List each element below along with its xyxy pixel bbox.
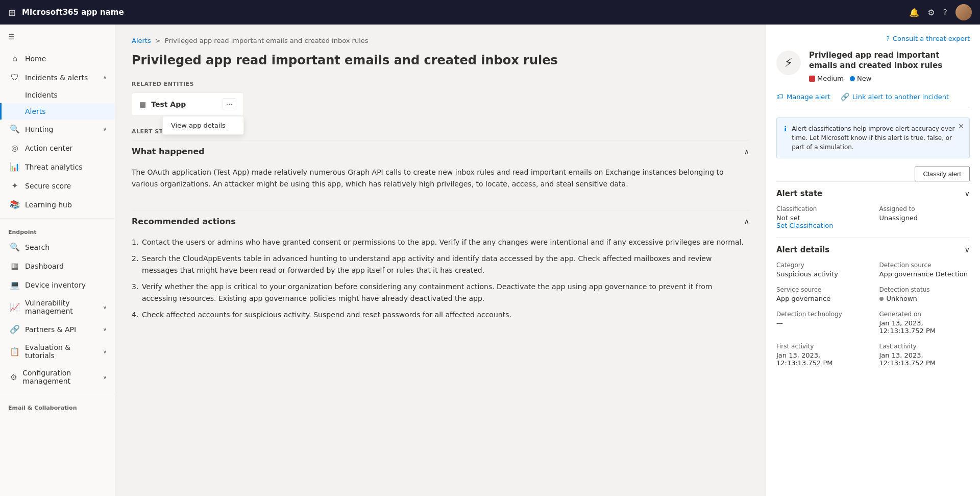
main-layout: ☰ ⌂ Home 🛡 Incidents & alerts ∧ Incident… [0,25,980,496]
sidebar-item-vulnerability[interactable]: 📈 Vulnerability management ∨ [0,294,115,320]
manage-alert-link[interactable]: 🏷 Manage alert [776,92,830,101]
partners-icon: 🔗 [10,324,20,334]
alert-details-header[interactable]: Alert details ∨ [776,238,970,262]
sidebar-item-dashboard[interactable]: ▦ Dashboard [0,256,115,275]
unknown-status-dot [879,297,884,301]
consult-link-container: ? Consult a threat expert [776,35,970,42]
action-item-4: Check affected accounts for suspicious a… [132,309,749,320]
entity-dropdown: View app details [162,116,244,135]
category-value: Suspicious activity [776,270,867,278]
hunting-icon: 🔍 [10,124,20,134]
hamburger-icon: ☰ [8,33,15,41]
sidebar-item-home[interactable]: ⌂ Home [0,49,115,68]
detection-source-item: Detection source App governance Detectio… [879,262,970,278]
recommended-actions-header[interactable]: Recommended actions ∧ [132,210,749,232]
sidebar-item-incidents[interactable]: Incidents [0,87,115,103]
sidebar-item-label: Action center [25,144,72,152]
last-activity-value: Jan 13, 2023, 12:13:13.752 PM [879,351,970,367]
user-avatar[interactable] [955,4,972,20]
alert-lightning-icon: ⚡ [785,56,793,70]
alert-details-title: Alert details [776,245,829,254]
email-section-label: Email & Collaboration [0,398,115,413]
device-inventory-icon: 💻 [10,280,20,290]
what-happened-header[interactable]: What happened ∧ [132,140,749,162]
classify-alert-button[interactable]: Classify alert [915,167,970,181]
search-icon: 🔍 [10,242,20,252]
notification-icon[interactable]: 🔔 [909,8,919,17]
detection-tech-label: Detection technology [776,311,867,318]
chevron-up-icon: ∧ [103,75,107,80]
alert-details-section: Alert details ∨ Category Suspicious acti… [776,238,970,375]
learning-hub-icon: 📚 [10,200,20,209]
generated-on-item: Generated on Jan 13, 2023, 12:13:13.752 … [879,311,970,335]
sidebar-item-hunting[interactable]: 🔍 Hunting ∨ [0,120,115,138]
consult-label: Consult a threat expert [893,35,970,42]
action-item-1: Contact the users or admins who have gra… [132,237,749,248]
sidebar-item-label: Partners & API [25,325,76,334]
detection-status-label: Detection status [879,286,970,293]
sidebar-item-label: Threat analytics [25,163,83,171]
first-activity-label: First activity [776,343,867,350]
sidebar-item-label: Incidents & alerts [25,74,88,82]
sidebar-item-threat-analytics[interactable]: 📊 Threat analytics [0,157,115,176]
settings-icon[interactable]: ⚙ [927,8,935,17]
sidebar-item-label: Configuration management [22,369,97,385]
sidebar-menu-button[interactable]: ☰ [0,29,115,45]
breadcrumb-parent[interactable]: Alerts [132,37,151,44]
sidebar-item-device-inventory[interactable]: 💻 Device inventory [0,275,115,294]
vulnerability-icon: 📈 [10,302,20,312]
breadcrumb: Alerts > Privileged app read important e… [132,37,749,44]
detection-source-label: Detection source [879,262,970,269]
page-title: Privileged app read important emails and… [132,53,749,68]
sidebar-item-learning-hub[interactable]: 📚 Learning hub [0,195,115,214]
close-banner-button[interactable]: ✕ [958,122,964,130]
consult-icon: ? [886,35,890,42]
alert-badges: Medium New [809,75,970,82]
alert-state-chevron-down: ∨ [965,190,970,198]
detection-tech-item: Detection technology — [776,311,867,335]
set-classification-link[interactable]: Set Classification [776,222,867,229]
category-label: Category [776,262,867,269]
alert-card-title: Privileged app read important emails and… [809,51,970,70]
detection-source-value: App governance Detection [879,270,970,278]
sidebar-item-label: Dashboard [25,262,64,270]
sidebar-item-incidents-alerts[interactable]: 🛡 Incidents & alerts ∧ [0,68,115,87]
center-pane: Alerts > Privileged app read important e… [115,25,766,496]
sidebar-sub-label: Incidents [25,91,58,99]
entity-dropdown-item[interactable]: View app details [163,116,243,134]
breadcrumb-current: Privileged app read important emails and… [165,37,369,44]
assigned-to-label: Assigned to [879,205,970,212]
recommended-actions-content: Contact the users or admins who have gra… [132,232,749,334]
severity-label: Medium [817,75,844,82]
first-activity-item: First activity Jan 13, 2023, 12:13:13.75… [776,343,867,367]
sidebar-item-search[interactable]: 🔍 Search [0,238,115,256]
entity-more-button[interactable]: ··· [223,98,236,110]
breadcrumb-separator: > [155,37,161,44]
alert-state-header[interactable]: Alert state ∨ [776,182,970,205]
info-banner: ℹ Alert classifications help improve ale… [776,117,970,158]
generated-on-value: Jan 13, 2023, 12:13:13.752 PM [879,319,970,335]
severity-badge: Medium [809,75,844,82]
grid-icon[interactable]: ⊞ [8,7,16,18]
alert-card-icon-wrap: ⚡ [776,51,801,75]
sidebar-item-evaluation[interactable]: 📋 Evaluation & tutorials ∨ [0,339,115,364]
action-item-3: Verify whether the app is critical to yo… [132,281,749,304]
alert-details-grid: Category Suspicious activity Detection s… [776,262,970,367]
entities-container: ▤ Test App ··· View app details [132,92,244,116]
alert-details-content: Category Suspicious activity Detection s… [776,262,970,375]
sidebar-item-alerts[interactable]: Alerts [0,103,115,120]
help-icon[interactable]: ? [943,8,948,17]
sidebar-item-label: Search [25,243,50,251]
link-alert-label: Link alert to another incident [852,93,949,101]
sidebar-item-configuration[interactable]: ⚙ Configuration management ∨ [0,364,115,390]
sidebar-divider [0,218,115,219]
what-happened-text: The OAuth application (Test App) made re… [132,167,749,190]
assigned-to-value: Unassigned [879,214,970,222]
sidebar-item-action-center[interactable]: ◎ Action center [0,138,115,157]
status-dot [850,76,855,81]
sidebar-item-partners[interactable]: 🔗 Partners & API ∨ [0,320,115,339]
sidebar-item-secure-score[interactable]: ✦ Secure score [0,176,115,195]
classification-value: Not set [776,214,867,222]
link-alert-link[interactable]: 🔗 Link alert to another incident [841,92,949,101]
consult-button[interactable]: ? Consult a threat expert [886,35,970,42]
